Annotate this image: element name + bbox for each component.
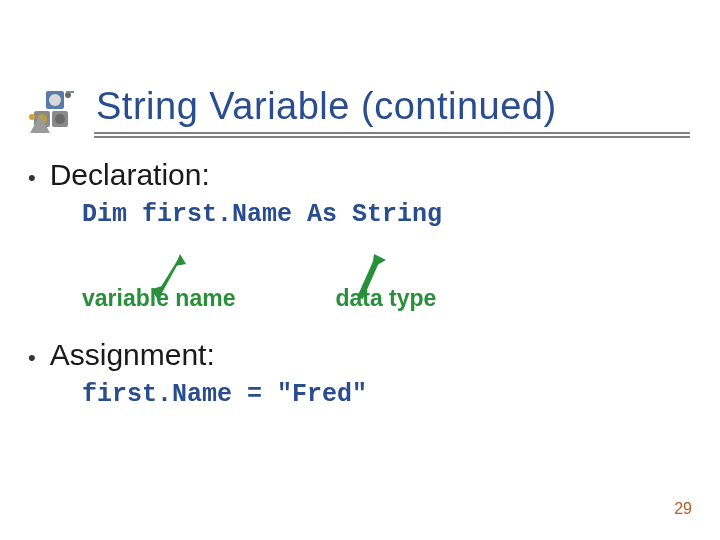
bullet-heading: Declaration:	[50, 158, 210, 192]
bullet-dot-icon: •	[28, 166, 36, 190]
svg-point-1	[49, 94, 61, 106]
logo-icon	[28, 85, 86, 143]
svg-point-5	[55, 114, 65, 124]
svg-marker-10	[372, 254, 386, 268]
bullet-heading: Assignment:	[50, 338, 215, 372]
slide: String Variable (continued) • Declaratio…	[0, 0, 720, 540]
arrow-variable-name-icon	[152, 254, 188, 304]
code-declaration: Dim first.Name As String	[28, 200, 690, 229]
svg-marker-9	[175, 254, 186, 266]
svg-rect-8	[66, 91, 74, 93]
bullet-declaration: • Declaration:	[28, 158, 690, 192]
page-number: 29	[674, 500, 692, 518]
title-underline	[94, 132, 690, 138]
arrow-data-type-icon	[358, 254, 388, 304]
bullet-dot-icon: •	[28, 346, 36, 370]
slide-content: • Declaration: Dim first.Name As String …	[0, 158, 720, 409]
slide-header: String Variable (continued)	[0, 0, 720, 134]
code-assignment: first.Name = "Fred"	[28, 380, 690, 409]
svg-point-6	[29, 114, 35, 120]
slide-title: String Variable (continued)	[0, 85, 720, 128]
bullet-assignment: • Assignment:	[28, 338, 690, 372]
